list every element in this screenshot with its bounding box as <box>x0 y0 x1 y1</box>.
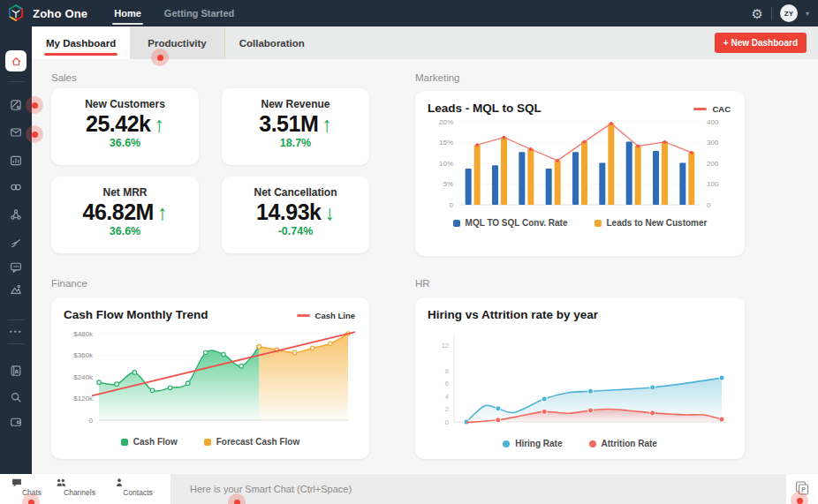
new-dashboard-button[interactable]: + New Dashboard <box>715 33 807 53</box>
scratchpad-icon[interactable]: P <box>794 480 810 496</box>
svg-text:200: 200 <box>707 160 719 168</box>
marketing-chart-card: Leads - MQL to SQL CAC 20%40015%30010%20… <box>415 91 745 256</box>
sidebar-item-analytics[interactable] <box>0 277 32 302</box>
marketing-chart-title: Leads - MQL to SQL <box>428 102 732 115</box>
kpi-value: 14.93k↓ <box>222 199 369 226</box>
section-title-marketing: Marketing <box>415 72 460 83</box>
sidebar-item-search[interactable] <box>0 385 32 410</box>
svg-text:0: 0 <box>707 201 711 209</box>
legend-swatch <box>503 440 510 448</box>
marketing-top-legend: CAC <box>693 104 731 114</box>
sidebar-item-apps[interactable] <box>0 93 32 117</box>
svg-text:$120k: $120k <box>73 395 94 402</box>
topnav-home[interactable]: Home <box>114 0 141 26</box>
sidebar-item-sign[interactable] <box>0 230 32 255</box>
hr-legend: Hiring RateAttrition Rate <box>428 439 732 448</box>
dashboard-content: Sales New Customers25.42k↑36.6%New Reven… <box>32 59 818 474</box>
marketing-chart[interactable]: 20%40015%30010%2005%10000 <box>428 115 732 217</box>
legend-label: Attrition Rate <box>602 439 657 448</box>
svg-text:0: 0 <box>445 418 449 426</box>
legend-item-attrition-rate: Attrition Rate <box>589 439 657 448</box>
tab-collaboration[interactable]: Collaboration <box>225 26 319 59</box>
legend-swatch <box>595 220 602 227</box>
kpi-card-new-revenue[interactable]: New Revenue3.51M↑18.7% <box>222 88 369 165</box>
kpi-card-new-customers[interactable]: New Customers25.42k↑36.6% <box>51 88 199 165</box>
topbar-right: ⚙ ZY ▾ <box>752 4 818 22</box>
bottombar-tab-contacts[interactable]: Contacts <box>113 477 163 497</box>
sales-kpi-grid: New Customers25.42k↑36.6%New Revenue3.51… <box>51 88 369 253</box>
legend-item-mql-to-sql-conv-rate: MQL TO SQL Conv. Rate <box>453 218 568 228</box>
hr-chart-card: Hiring vs Attrition rate by year 1286420… <box>415 297 745 459</box>
sidebar-item-home[interactable] <box>5 50 27 71</box>
sidebar-divider <box>8 343 24 344</box>
chats-icon <box>11 477 23 489</box>
cash-line-label: Cash Line <box>315 311 355 320</box>
svg-text:0: 0 <box>450 201 454 209</box>
legend-swatch <box>204 439 211 446</box>
bottombar-tab-channels[interactable]: Channels <box>55 477 104 497</box>
arrow-up-icon: ↑ <box>154 112 164 136</box>
sidebar-item-share[interactable] <box>0 202 32 227</box>
kpi-change: 36.6% <box>51 137 199 149</box>
svg-text:300: 300 <box>707 139 719 147</box>
kpi-change: 18.7% <box>222 137 369 149</box>
finance-legend: Cash FlowForecast Cash Flow <box>64 437 357 447</box>
directory-icon <box>9 364 23 378</box>
topbar: Zoho One HomeGetting Started ⚙ ZY ▾ <box>0 0 818 26</box>
avatar-caret-icon[interactable]: ▾ <box>806 10 809 18</box>
svg-text:$240k: $240k <box>73 373 94 381</box>
bottombar-tab-label: Chats <box>11 488 53 497</box>
cac-line-swatch <box>693 108 707 110</box>
kpi-label: Net Cancellation <box>222 186 369 199</box>
hr-chart-title: Hiring vs Attrition rate by year <box>428 308 732 321</box>
user-avatar[interactable]: ZY <box>780 4 798 22</box>
kpi-label: Net MRR <box>51 186 199 199</box>
contacts-icon <box>113 477 125 489</box>
sidebar-item-mail[interactable] <box>0 120 32 145</box>
settings-gear-icon[interactable]: ⚙ <box>752 7 763 20</box>
share-icon <box>9 207 23 222</box>
svg-text:10%: 10% <box>439 160 453 168</box>
kpi-change: 36.6% <box>51 225 199 237</box>
kpi-card-net-cancellation[interactable]: Net Cancellation14.93k↓-0.74% <box>222 177 369 253</box>
brand-name: Zoho One <box>33 7 87 20</box>
legend-item-cash-flow: Cash Flow <box>121 437 178 447</box>
smart-chat-bar: Here is your Smart Chat (Ctrl+Space) P C… <box>0 474 818 504</box>
home-icon <box>10 55 23 68</box>
svg-text:4: 4 <box>445 393 449 401</box>
finance-top-legend: Cash Line <box>297 311 355 320</box>
legend-label: Forecast Cash Flow <box>216 437 299 447</box>
sidebar-item-reports[interactable] <box>0 148 32 173</box>
bottombar-tab-label: Channels <box>55 488 104 497</box>
topnav-getting-started[interactable]: Getting Started <box>164 0 234 26</box>
svg-text:0: 0 <box>89 417 94 425</box>
tab-productivity[interactable]: Productivity <box>130 26 224 59</box>
sidebar-item-wallet[interactable] <box>0 410 32 434</box>
svg-text:8: 8 <box>445 367 449 375</box>
sidebar-item-more[interactable]: ●●● <box>0 319 32 343</box>
sidebar-item-directory[interactable] <box>0 358 32 383</box>
legend-item-leads-to-new-customer: Leads to New Customer <box>595 218 708 228</box>
tab-my-dashboard[interactable]: My Dashboard <box>32 26 130 59</box>
svg-text:$360k: $360k <box>73 351 94 359</box>
finance-chart[interactable]: $480k$360k$240k$120k0 <box>64 321 357 436</box>
kpi-card-net-mrr[interactable]: Net MRR46.82M↑36.6% <box>51 177 199 253</box>
apps-icon <box>9 98 23 112</box>
legend-swatch <box>589 440 596 448</box>
topbar-nav: HomeGetting Started <box>114 0 234 26</box>
sidebar-item-chat[interactable] <box>0 255 32 280</box>
channels-icon <box>55 477 67 489</box>
bottombar-tab-chats[interactable]: Chats <box>11 477 53 497</box>
section-title-sales: Sales <box>51 72 77 83</box>
legend-label: Hiring Rate <box>515 439 562 448</box>
legend-label: Leads to New Customer <box>607 218 708 228</box>
hr-chart[interactable]: 1286420 <box>428 328 732 438</box>
sign-icon <box>9 236 23 250</box>
smart-chat-input[interactable]: Here is your Smart Chat (Ctrl+Space) <box>170 474 786 504</box>
more-icon: ●●● <box>9 328 22 334</box>
topbar-divider <box>771 7 772 20</box>
marketing-legend: MQL TO SQL Conv. RateLeads to New Custom… <box>428 218 732 228</box>
sidebar-item-link[interactable] <box>0 175 32 199</box>
svg-text:5%: 5% <box>443 180 453 188</box>
legend-label: Cash Flow <box>133 437 178 447</box>
